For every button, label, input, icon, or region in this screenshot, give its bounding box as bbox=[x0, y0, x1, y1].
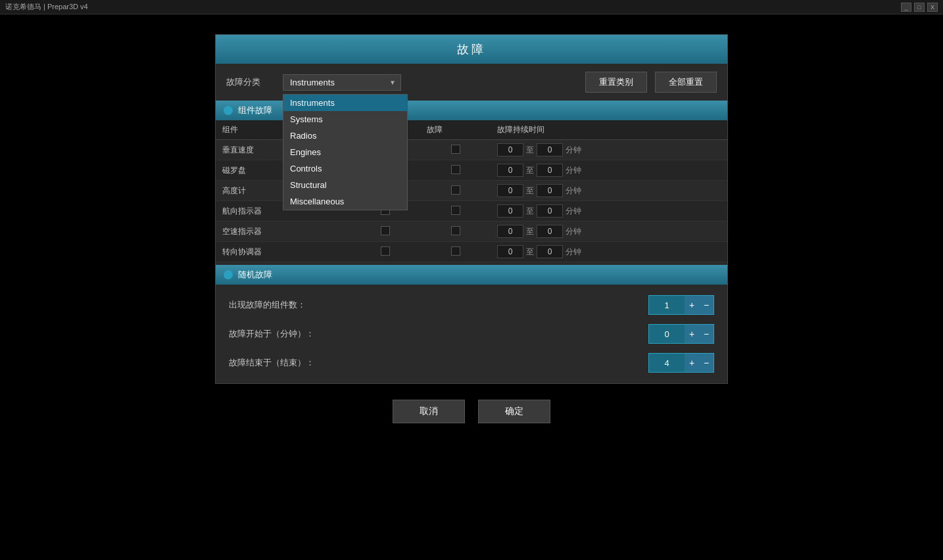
duration-to-input[interactable] bbox=[537, 204, 563, 218]
fault-class-row: 故障分类 InstrumentsSystemsRadiosEnginesCont… bbox=[216, 64, 727, 101]
duration-to-input[interactable] bbox=[537, 184, 563, 197]
reset-all-button[interactable]: 全部重置 bbox=[655, 72, 717, 93]
row-duration-cell: 至 分钟 bbox=[491, 222, 727, 242]
row-weapon-cell bbox=[350, 222, 420, 242]
to-label: 至 bbox=[526, 246, 534, 258]
duration-from-input[interactable] bbox=[497, 225, 523, 238]
row-fault-cell bbox=[420, 160, 491, 181]
row-duration-cell: 至 分钟 bbox=[491, 160, 727, 181]
fault-checkbox[interactable] bbox=[451, 226, 460, 235]
close-button[interactable]: X bbox=[927, 3, 938, 12]
row-weapon-cell bbox=[350, 262, 420, 266]
dropdown-option-miscellaneous[interactable]: Miscellaneous bbox=[283, 193, 407, 210]
col-duration: 故障持续时间 bbox=[491, 120, 727, 140]
failure-count-value: 1 bbox=[649, 298, 685, 313]
random-section-header: 随机故障 bbox=[216, 265, 727, 285]
action-buttons: 重置类别 全部重置 bbox=[585, 72, 717, 93]
category-dropdown-wrapper: InstrumentsSystemsRadiosEnginesControlsS… bbox=[283, 74, 401, 91]
titlebar-controls: _ □ X bbox=[901, 3, 938, 12]
failure-end-decrement[interactable]: − bbox=[699, 354, 713, 372]
duration-to-input[interactable] bbox=[537, 143, 563, 156]
table-row: 液态指示器 至 分钟 bbox=[216, 262, 727, 266]
confirm-button[interactable]: 确定 bbox=[478, 400, 550, 423]
component-radio-icon[interactable] bbox=[224, 106, 233, 115]
row-duration-cell: 至 分钟 bbox=[491, 181, 727, 201]
dropdown-option-structural[interactable]: Structural bbox=[283, 177, 407, 193]
to-label: 至 bbox=[526, 226, 534, 237]
duration-from-input[interactable] bbox=[497, 164, 523, 177]
failure-start-decrement[interactable]: − bbox=[699, 325, 713, 343]
row-fault-cell bbox=[420, 201, 491, 222]
duration-from-input[interactable] bbox=[497, 245, 523, 258]
random-controls: 出现故障的组件数： 1 + − 故障开始于（分钟）： 0 + − bbox=[216, 285, 727, 383]
random-section: 随机故障 出现故障的组件数： 1 + − 故障开始于（分钟）： 0 + bbox=[216, 265, 727, 383]
main-content: 故障 故障分类 InstrumentsSystemsRadiosEnginesC… bbox=[0, 14, 943, 560]
category-dropdown[interactable]: InstrumentsSystemsRadiosEnginesControlsS… bbox=[283, 74, 401, 91]
min-label: 分钟 bbox=[566, 206, 581, 217]
to-label: 至 bbox=[526, 145, 534, 156]
table-row: 转向协调器 至 分钟 bbox=[216, 242, 727, 262]
row-fault-cell bbox=[420, 140, 491, 160]
reset-category-button[interactable]: 重置类别 bbox=[585, 72, 647, 93]
duration-from-input[interactable] bbox=[497, 184, 523, 197]
fault-checkbox[interactable] bbox=[451, 206, 460, 215]
failure-end-label: 故障结束于（结束）： bbox=[229, 357, 648, 369]
fault-checkbox[interactable] bbox=[451, 165, 460, 174]
min-label: 分钟 bbox=[566, 145, 581, 156]
row-fault-cell bbox=[420, 181, 491, 201]
failure-end-stepper: 4 + − bbox=[648, 353, 714, 373]
failure-count-increment[interactable]: + bbox=[685, 296, 699, 314]
min-label: 分钟 bbox=[566, 246, 581, 258]
failure-start-increment[interactable]: + bbox=[685, 325, 699, 343]
col-component: 组件 bbox=[216, 120, 286, 140]
titlebar-title: 诺克希德马 | Prepar3D v4 bbox=[5, 2, 88, 12]
failure-start-value: 0 bbox=[649, 327, 685, 342]
weapon-checkbox[interactable] bbox=[381, 226, 390, 235]
to-label: 至 bbox=[526, 206, 534, 217]
duration-to-input[interactable] bbox=[537, 225, 563, 238]
panel-title: 故障 bbox=[216, 35, 727, 64]
random-radio-icon[interactable] bbox=[224, 270, 233, 279]
titlebar: 诺克希德马 | Prepar3D v4 _ □ X bbox=[0, 0, 943, 14]
weapon-checkbox[interactable] bbox=[381, 246, 390, 256]
to-label: 至 bbox=[526, 185, 534, 197]
dropdown-option-controls[interactable]: Controls bbox=[283, 160, 407, 177]
row-component-name: 液态指示器 bbox=[216, 262, 350, 266]
cancel-button[interactable]: 取消 bbox=[393, 400, 465, 423]
row-weapon-cell bbox=[350, 242, 420, 262]
component-section-label: 组件故障 bbox=[238, 105, 272, 116]
failure-count-row: 出现故障的组件数： 1 + − bbox=[229, 295, 714, 315]
failure-start-row: 故障开始于（分钟）： 0 + − bbox=[229, 324, 714, 344]
row-component-name: 空速指示器 bbox=[216, 222, 350, 242]
row-duration-cell: 至 分钟 bbox=[491, 262, 727, 266]
failure-end-increment[interactable]: + bbox=[685, 354, 699, 372]
duration-from-input[interactable] bbox=[497, 204, 523, 218]
dropdown-option-engines[interactable]: Engines bbox=[283, 144, 407, 160]
maximize-button[interactable]: □ bbox=[914, 3, 925, 12]
duration-to-input[interactable] bbox=[537, 245, 563, 258]
fault-class-label: 故障分类 bbox=[226, 76, 272, 88]
failure-count-decrement[interactable]: − bbox=[699, 296, 713, 314]
failure-start-label: 故障开始于（分钟）： bbox=[229, 328, 648, 340]
row-duration-cell: 至 分钟 bbox=[491, 140, 727, 160]
dropdown-option-radios[interactable]: Radios bbox=[283, 128, 407, 144]
col-fault: 故障 bbox=[420, 120, 491, 140]
fault-checkbox[interactable] bbox=[451, 145, 460, 154]
min-label: 分钟 bbox=[566, 185, 581, 197]
to-label: 至 bbox=[526, 165, 534, 176]
duration-to-input[interactable] bbox=[537, 164, 563, 177]
bottom-buttons: 取消 确定 bbox=[393, 400, 550, 423]
fault-checkbox[interactable] bbox=[451, 246, 460, 256]
row-fault-cell bbox=[420, 222, 491, 242]
row-component-name: 转向协调器 bbox=[216, 242, 350, 262]
row-fault-cell bbox=[420, 262, 491, 266]
row-duration-cell: 至 分钟 bbox=[491, 242, 727, 262]
minimize-button[interactable]: _ bbox=[901, 3, 911, 12]
dropdown-option-systems[interactable]: Systems bbox=[283, 111, 407, 128]
fault-checkbox[interactable] bbox=[451, 185, 460, 195]
dropdown-option-instruments[interactable]: Instruments bbox=[283, 95, 407, 111]
duration-from-input[interactable] bbox=[497, 143, 523, 156]
main-panel: 故障 故障分类 InstrumentsSystemsRadiosEnginesC… bbox=[215, 34, 728, 384]
failure-end-value: 4 bbox=[649, 356, 685, 371]
dropdown-menu: Instruments Systems Radios Engines Contr… bbox=[283, 94, 408, 210]
